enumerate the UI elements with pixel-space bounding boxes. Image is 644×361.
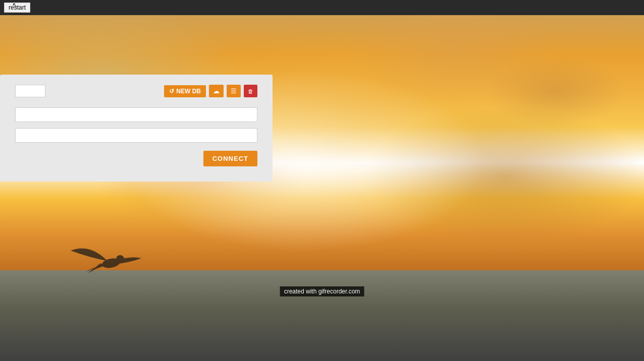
- connect-label: CONNECT: [212, 155, 248, 162]
- cloud-icon: [213, 87, 220, 95]
- trash-icon: [248, 87, 253, 95]
- field1-input[interactable]: [15, 107, 257, 122]
- restart-button[interactable]: restart: [4, 3, 30, 13]
- refresh-icon: [169, 88, 174, 95]
- topbar: ↖ restart: [0, 0, 644, 15]
- field2-row: [15, 128, 257, 143]
- cloud-button[interactable]: [209, 85, 224, 97]
- toolbar-row: NEW DB: [15, 85, 257, 97]
- restart-label: restart: [9, 4, 26, 11]
- watermark-text: created with gifrecorder.com: [284, 288, 360, 295]
- bird-decoration: [61, 228, 162, 290]
- field2-input[interactable]: [15, 128, 257, 143]
- field1-row: [15, 107, 257, 122]
- db-select-wrapper: [15, 85, 45, 97]
- new-db-label: NEW DB: [176, 88, 201, 95]
- connect-row: CONNECT: [15, 151, 257, 166]
- dialog-panel: NEW DB CONNECT: [0, 75, 273, 182]
- list-icon: [231, 87, 237, 95]
- delete-button[interactable]: [244, 85, 257, 97]
- watermark: created with gifrecorder.com: [280, 286, 364, 296]
- new-db-button[interactable]: NEW DB: [164, 85, 206, 97]
- list-button[interactable]: [227, 85, 241, 97]
- db-select[interactable]: [15, 85, 45, 97]
- connect-button[interactable]: CONNECT: [203, 151, 257, 166]
